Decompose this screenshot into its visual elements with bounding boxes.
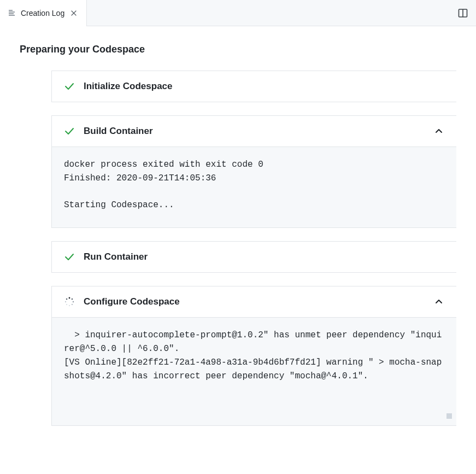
step-header[interactable]: Configure Codespace: [52, 286, 456, 317]
tab-title: Creation Log: [21, 9, 64, 17]
tab-creation-log[interactable]: Creation Log: [0, 0, 87, 26]
output-icon: [8, 9, 16, 17]
tab-bar: Creation Log: [0, 0, 476, 26]
checkmark-icon: [64, 251, 75, 262]
svg-point-14: [65, 301, 66, 302]
editor-toolbar: [457, 8, 476, 19]
steps-list: Initialize Codespace Build Container doc…: [20, 71, 456, 426]
chevron-up-icon: [433, 296, 444, 307]
step-configure-codespace: Configure Codespace > inquirer-autocompl…: [51, 286, 456, 426]
page-title: Preparing your Codespace: [20, 44, 456, 55]
step-header[interactable]: Initialize Codespace: [52, 71, 456, 102]
step-run-container: Run Container: [51, 241, 456, 273]
scroll-indicator: [446, 413, 452, 419]
split-editor-icon[interactable]: [457, 8, 468, 19]
step-initialize-codespace: Initialize Codespace: [51, 71, 456, 102]
svg-point-15: [66, 299, 68, 300]
checkmark-icon: [64, 126, 75, 137]
chevron-up-icon: [433, 126, 444, 137]
close-icon[interactable]: [69, 8, 79, 18]
step-header[interactable]: Build Container: [52, 116, 456, 147]
svg-point-8: [69, 297, 70, 299]
svg-point-9: [72, 299, 73, 300]
step-title: Configure Codespace: [84, 296, 425, 307]
svg-point-10: [73, 301, 74, 302]
svg-point-13: [66, 304, 67, 305]
step-title: Build Container: [84, 126, 425, 137]
step-header[interactable]: Run Container: [52, 242, 456, 272]
spinner-icon: [64, 296, 75, 307]
svg-point-11: [72, 304, 73, 305]
checkmark-icon: [64, 81, 75, 92]
step-title: Run Container: [84, 251, 444, 262]
content-area: Preparing your Codespace Initialize Code…: [0, 26, 476, 426]
step-title: Initialize Codespace: [84, 81, 444, 92]
step-build-container: Build Container docker process exited wi…: [51, 115, 456, 228]
step-log: > inquirer-autocomplete-prompt@1.0.2" ha…: [52, 317, 456, 425]
svg-point-12: [69, 305, 70, 306]
step-log: docker process exited with exit code 0 F…: [52, 147, 456, 227]
